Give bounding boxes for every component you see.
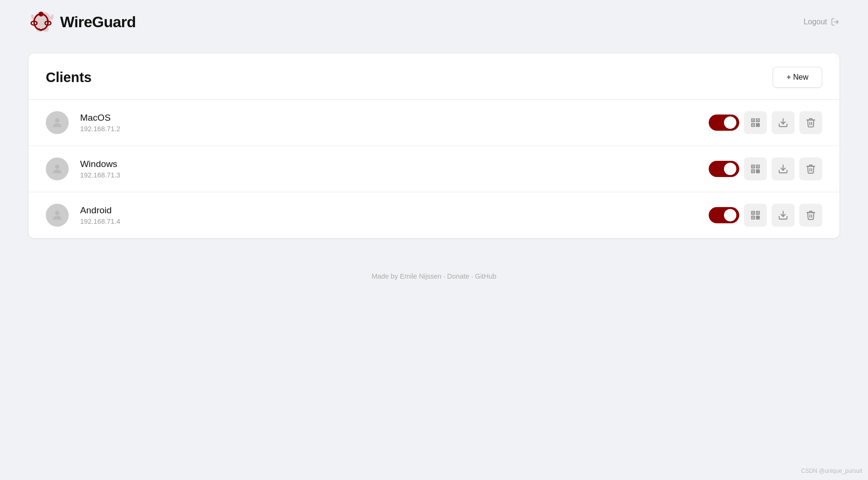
client-info: Windows 192.168.71.3 (80, 159, 709, 179)
svg-rect-12 (758, 125, 760, 127)
svg-rect-15 (753, 125, 754, 126)
wireguard-logo-icon (29, 10, 53, 34)
logo-text: WireGuard (60, 13, 136, 31)
client-name: MacOS (80, 113, 709, 123)
client-info: Android 192.168.71.4 (80, 205, 709, 225)
svg-rect-25 (753, 166, 754, 167)
client-toggle[interactable] (709, 115, 739, 131)
toggle-slider (709, 115, 739, 131)
svg-rect-35 (756, 218, 758, 219)
client-actions (709, 111, 822, 134)
delete-button[interactable] (799, 157, 822, 180)
new-button-label: + New (786, 73, 808, 82)
logout-icon (831, 18, 839, 26)
svg-rect-23 (756, 172, 758, 173)
client-name: Android (80, 205, 709, 216)
qr-code-button[interactable] (744, 111, 767, 134)
client-row: MacOS 192.168.71.2 (29, 100, 839, 146)
logo: WireGuard (29, 10, 136, 34)
client-row: Windows 192.168.71.3 (29, 146, 839, 192)
svg-rect-37 (753, 212, 754, 214)
download-icon (778, 117, 788, 128)
svg-rect-24 (758, 172, 760, 173)
header: WireGuard Logout (0, 0, 868, 44)
svg-rect-13 (753, 120, 754, 121)
svg-point-5 (55, 118, 59, 123)
client-avatar (46, 111, 69, 134)
svg-point-17 (55, 165, 59, 169)
user-icon (51, 116, 64, 129)
svg-rect-14 (757, 120, 759, 121)
footer-text: Made by Emile Nijssen · Donate · GitHub (372, 272, 496, 280)
toggle-slider (709, 161, 739, 177)
delete-icon (806, 117, 816, 128)
client-toggle[interactable] (709, 161, 739, 177)
card-header: Clients + New (29, 53, 839, 100)
download-button[interactable] (772, 157, 795, 180)
svg-rect-21 (756, 170, 758, 171)
qr-code-button[interactable] (744, 157, 767, 180)
client-avatar (46, 157, 69, 180)
svg-rect-34 (758, 216, 760, 218)
logout-label: Logout (804, 18, 827, 26)
client-toggle[interactable] (709, 207, 739, 223)
svg-point-29 (55, 211, 59, 215)
watermark: CSDN @unique_pursuit (801, 468, 862, 474)
client-actions (709, 204, 822, 227)
delete-icon (806, 210, 816, 220)
toggle-slider (709, 207, 739, 223)
new-client-button[interactable]: + New (773, 67, 822, 88)
delete-button[interactable] (799, 111, 822, 134)
card-title: Clients (46, 70, 92, 85)
qr-icon (750, 164, 761, 174)
client-ip: 192.168.71.2 (80, 125, 709, 133)
svg-rect-27 (753, 171, 754, 172)
logout-button[interactable]: Logout (804, 18, 839, 26)
user-icon (51, 162, 64, 176)
svg-rect-9 (756, 124, 758, 125)
qr-icon (750, 117, 761, 128)
footer: Made by Emile Nijssen · Donate · GitHub (0, 257, 868, 295)
download-icon (778, 164, 788, 174)
delete-button[interactable] (799, 204, 822, 227)
client-info: MacOS 192.168.71.2 (80, 113, 709, 133)
svg-rect-33 (756, 216, 758, 218)
main-content: Clients + New MacOS 192.168.71.2 (0, 44, 868, 257)
svg-rect-26 (757, 166, 759, 167)
qr-icon (750, 210, 761, 220)
download-icon (778, 210, 788, 220)
svg-rect-22 (758, 170, 760, 171)
clients-list: MacOS 192.168.71.2 (29, 100, 839, 238)
svg-rect-36 (758, 218, 760, 219)
client-ip: 192.168.71.4 (80, 218, 709, 225)
svg-point-1 (39, 11, 43, 16)
qr-code-button[interactable] (744, 204, 767, 227)
download-button[interactable] (772, 111, 795, 134)
svg-rect-39 (753, 217, 754, 219)
client-actions (709, 157, 822, 180)
download-button[interactable] (772, 204, 795, 227)
client-avatar (46, 204, 69, 227)
client-row: Android 192.168.71.4 (29, 192, 839, 238)
client-ip: 192.168.71.3 (80, 171, 709, 179)
user-icon (51, 209, 64, 222)
clients-card: Clients + New MacOS 192.168.71.2 (29, 53, 839, 238)
delete-icon (806, 164, 816, 174)
svg-rect-38 (757, 212, 759, 214)
svg-rect-10 (758, 124, 760, 125)
client-name: Windows (80, 159, 709, 169)
svg-rect-11 (756, 125, 758, 127)
